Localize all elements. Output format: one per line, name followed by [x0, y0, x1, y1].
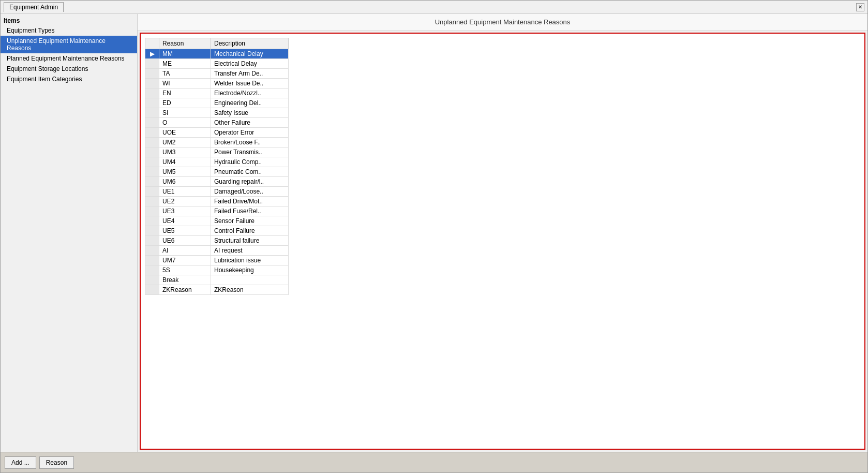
description-cell: Safety Issue	[211, 108, 289, 118]
reason-cell: UM2	[159, 138, 211, 147]
row-selector-cell	[145, 157, 159, 167]
content-area: Items Equipment TypesUnplanned Equipment…	[1, 14, 867, 452]
reason-cell: UM5	[159, 167, 211, 177]
reason-cell: UOE	[159, 128, 211, 138]
reason-cell: ME	[159, 59, 211, 69]
table-row[interactable]: UE4Sensor Failure	[145, 216, 289, 226]
reason-header: Reason	[159, 38, 211, 49]
row-selector-cell	[145, 69, 159, 79]
description-cell: Broken/Loose F..	[211, 138, 289, 147]
table-row[interactable]: UE6Structural failure	[145, 236, 289, 246]
description-cell: Structural failure	[211, 236, 289, 246]
description-cell: Guarding repair/l..	[211, 177, 289, 187]
reason-cell: UE4	[159, 216, 211, 226]
row-selector-cell	[145, 79, 159, 88]
description-cell: ZKReason	[211, 285, 289, 295]
table-row[interactable]: WIWelder Issue De..	[145, 79, 289, 88]
window-title: Equipment Admin	[9, 4, 58, 11]
reason-cell: ZKReason	[159, 285, 211, 295]
description-cell: Sensor Failure	[211, 216, 289, 226]
description-cell: Pneumatic Com..	[211, 167, 289, 177]
row-selector-cell	[145, 236, 159, 246]
description-cell: Damaged/Loose..	[211, 187, 289, 197]
reason-button[interactable]: Reason	[39, 456, 74, 469]
description-cell: Hydraulic Comp..	[211, 157, 289, 167]
table-row[interactable]: TATransfer Arm De..	[145, 69, 289, 79]
table-row[interactable]: MEElectrical Delay	[145, 59, 289, 69]
main-panel: Unplanned Equipment Maintenance Reasons …	[138, 14, 867, 452]
reason-cell: UE6	[159, 236, 211, 246]
table-row[interactable]: ENElectrode/Nozzl..	[145, 88, 289, 98]
reason-cell: WI	[159, 79, 211, 88]
row-selector-cell	[145, 187, 159, 197]
reason-cell: UE3	[159, 206, 211, 216]
reason-cell: MM	[159, 49, 211, 59]
table-row[interactable]: UM7Lubrication issue	[145, 256, 289, 265]
table-row[interactable]: UM2Broken/Loose F..	[145, 138, 289, 147]
sidebar-item-unplanned-equipment[interactable]: Unplanned Equipment Maintenance Reasons	[1, 36, 137, 53]
reason-cell: AI	[159, 246, 211, 256]
description-cell: Electrical Delay	[211, 59, 289, 69]
description-cell: Transfer Arm De..	[211, 69, 289, 79]
table-row[interactable]: UE3Failed Fuse/Rel..	[145, 206, 289, 216]
row-selector-cell	[145, 206, 159, 216]
row-selector-cell	[145, 265, 159, 275]
reason-cell: UM7	[159, 256, 211, 265]
reason-cell: UE5	[159, 226, 211, 236]
description-cell: Control Failure	[211, 226, 289, 236]
table-row[interactable]: EDEngineering Del..	[145, 98, 289, 108]
description-cell: Operator Error	[211, 128, 289, 138]
reason-cell: Break	[159, 275, 211, 285]
reason-cell: EN	[159, 88, 211, 98]
sidebar-item-equipment-types[interactable]: Equipment Types	[1, 25, 137, 36]
description-cell: AI request	[211, 246, 289, 256]
table-row[interactable]: 5SHousekeeping	[145, 265, 289, 275]
table-row[interactable]: UE5Control Failure	[145, 226, 289, 236]
row-selector-cell	[145, 108, 159, 118]
row-selector-cell: ▶	[145, 49, 159, 59]
row-selector-cell	[145, 88, 159, 98]
table-row[interactable]: UE1Damaged/Loose..	[145, 187, 289, 197]
sidebar-item-planned-equipment[interactable]: Planned Equipment Maintenance Reasons	[1, 53, 137, 64]
description-header: Description	[211, 38, 289, 49]
table-row[interactable]: ZKReasonZKReason	[145, 285, 289, 295]
table-row[interactable]: Break	[145, 275, 289, 285]
row-selector-cell	[145, 226, 159, 236]
row-selector-cell	[145, 246, 159, 256]
title-tab: Equipment Admin	[4, 2, 64, 12]
table-row[interactable]: UM6Guarding repair/l..	[145, 177, 289, 187]
description-cell: Power Transmis..	[211, 147, 289, 157]
description-cell: Lubrication issue	[211, 256, 289, 265]
close-button[interactable]: ✕	[856, 3, 864, 11]
footer: Add ... Reason	[1, 452, 867, 472]
add-button[interactable]: Add ...	[5, 456, 36, 469]
reason-cell: TA	[159, 69, 211, 79]
row-selector-cell	[145, 118, 159, 128]
main-window: Equipment Admin ✕ Items Equipment TypesU…	[0, 0, 868, 473]
reason-cell: 5S	[159, 265, 211, 275]
table-row[interactable]: OOther Failure	[145, 118, 289, 128]
description-cell: Failed Fuse/Rel..	[211, 206, 289, 216]
table-row[interactable]: UOEOperator Error	[145, 128, 289, 138]
description-cell: Engineering Del..	[211, 98, 289, 108]
table-row[interactable]: UE2Failed Drive/Mot..	[145, 197, 289, 206]
reason-cell: UE2	[159, 197, 211, 206]
main-panel-title: Unplanned Equipment Maintenance Reasons	[138, 14, 867, 31]
description-cell: Housekeeping	[211, 265, 289, 275]
row-selector-cell	[145, 147, 159, 157]
sidebar-item-equipment-item-categories[interactable]: Equipment Item Categories	[1, 74, 137, 84]
table-row[interactable]: UM4Hydraulic Comp..	[145, 157, 289, 167]
row-selector-cell	[145, 98, 159, 108]
reason-cell: UM4	[159, 157, 211, 167]
table-row[interactable]: UM5Pneumatic Com..	[145, 167, 289, 177]
table-row[interactable]: SISafety Issue	[145, 108, 289, 118]
reason-cell: O	[159, 118, 211, 128]
sidebar-item-equipment-storage[interactable]: Equipment Storage Locations	[1, 64, 137, 74]
row-selector-cell	[145, 167, 159, 177]
row-selector-cell	[145, 138, 159, 147]
description-cell: Welder Issue De..	[211, 79, 289, 88]
description-cell	[211, 275, 289, 285]
table-row[interactable]: ▶MMMechanical Delay	[145, 49, 289, 59]
table-row[interactable]: AIAI request	[145, 246, 289, 256]
table-row[interactable]: UM3Power Transmis..	[145, 147, 289, 157]
